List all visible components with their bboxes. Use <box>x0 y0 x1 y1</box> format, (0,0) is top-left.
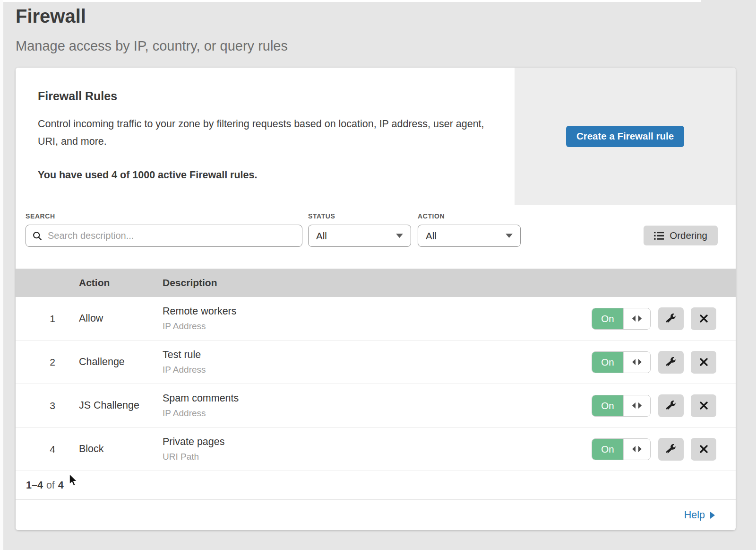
toggle-arrows-icon <box>623 352 650 373</box>
edit-rule-button[interactable] <box>658 307 684 330</box>
rule-action: Challenge <box>79 356 163 368</box>
close-icon <box>700 402 708 410</box>
rule-priority: 3 <box>16 400 55 411</box>
window-edge-left <box>0 0 3 550</box>
rule-description: Private pages <box>163 436 592 448</box>
rule-controls: On <box>592 438 716 461</box>
action-select[interactable]: All <box>418 225 521 247</box>
rule-description-cell: Remote workers IP Address <box>163 306 592 332</box>
rule-match-type: URI Path <box>163 452 592 462</box>
delete-rule-button[interactable] <box>691 351 716 374</box>
window-edge-top <box>0 0 701 2</box>
toggle-on-label: On <box>592 352 623 373</box>
edit-rule-button[interactable] <box>658 438 684 461</box>
delete-rule-button[interactable] <box>691 307 716 330</box>
edit-rule-button[interactable] <box>658 351 684 374</box>
rule-enabled-toggle[interactable]: On <box>592 438 651 460</box>
wrench-icon <box>666 357 676 367</box>
column-header-action: Action <box>79 277 163 288</box>
filters-bar: SEARCH STATUS All ACTION All <box>16 205 736 269</box>
rule-priority: 4 <box>16 444 55 455</box>
edit-rule-button[interactable] <box>658 394 684 417</box>
table-row: 2 Challenge Test rule IP Address On <box>16 340 736 384</box>
rule-action: Allow <box>79 313 163 324</box>
rule-match-type: IP Address <box>163 321 592 332</box>
firewall-rules-card: Firewall Rules Control incoming traffic … <box>16 68 515 205</box>
toggle-arrows-icon <box>623 308 650 329</box>
pagination-status: 1–4 of 4 <box>16 471 736 500</box>
column-header-description: Description <box>163 277 217 288</box>
pagination-total: 4 <box>58 480 64 491</box>
table-row: 3 JS Challenge Spam comments IP Address … <box>16 384 736 428</box>
rule-description: Test rule <box>163 349 592 361</box>
rule-controls: On <box>592 351 716 374</box>
toggle-on-label: On <box>592 308 623 329</box>
pagination-range: 1–4 <box>26 480 43 491</box>
rule-description-cell: Private pages URI Path <box>163 436 592 462</box>
delete-rule-button[interactable] <box>691 394 716 417</box>
search-icon <box>33 231 42 241</box>
rule-enabled-toggle[interactable]: On <box>592 395 651 417</box>
card-description: Control incoming traffic to your zone by… <box>38 115 486 150</box>
close-icon <box>700 445 708 453</box>
search-label: SEARCH <box>26 212 302 220</box>
status-filter: STATUS All <box>308 212 411 247</box>
rule-match-type: IP Address <box>163 365 592 375</box>
rule-match-type: IP Address <box>163 408 592 419</box>
rule-action: Block <box>79 443 163 455</box>
pagination-of: of <box>46 480 55 491</box>
toggle-on-label: On <box>592 395 623 416</box>
help-link[interactable]: Help <box>684 509 715 521</box>
action-label: ACTION <box>418 212 521 220</box>
wrench-icon <box>666 314 676 323</box>
status-label: STATUS <box>308 212 411 220</box>
rule-description-cell: Spam comments IP Address <box>163 393 592 419</box>
rule-controls: On <box>592 394 716 417</box>
firewall-rules-intro: Firewall Rules Control incoming traffic … <box>16 68 736 205</box>
card-heading: Firewall Rules <box>38 89 486 103</box>
chevron-right-icon <box>710 512 715 519</box>
rules-usage-text: You have used 4 of 1000 active Firewall … <box>38 169 486 181</box>
status-select[interactable]: All <box>308 225 411 247</box>
search-input-wrapper <box>26 225 302 247</box>
rule-description: Remote workers <box>163 306 592 317</box>
page-title: Firewall <box>16 6 288 27</box>
create-rule-panel: Create a Firewall rule <box>515 68 736 205</box>
chevron-down-icon <box>396 234 403 238</box>
firewall-panel: Firewall Rules Control incoming traffic … <box>16 68 736 530</box>
help-footer: Help <box>16 500 736 530</box>
close-icon <box>700 314 708 323</box>
ordering-button[interactable]: Ordering <box>644 226 718 245</box>
action-selected-value: All <box>426 230 437 242</box>
rule-action: JS Challenge <box>79 400 163 411</box>
search-filter: SEARCH <box>26 212 302 247</box>
rule-controls: On <box>592 307 716 330</box>
rule-description-cell: Test rule IP Address <box>163 349 592 375</box>
create-firewall-rule-button[interactable]: Create a Firewall rule <box>566 126 684 147</box>
close-icon <box>700 358 708 366</box>
help-link-label: Help <box>684 509 705 521</box>
toggle-on-label: On <box>592 439 623 460</box>
rule-priority: 1 <box>16 313 55 324</box>
rule-priority: 2 <box>16 357 55 368</box>
table-row: 4 Block Private pages URI Path On <box>16 428 736 471</box>
action-filter: ACTION All <box>418 212 521 247</box>
rule-enabled-toggle[interactable]: On <box>592 351 651 373</box>
status-selected-value: All <box>316 230 327 242</box>
toggle-arrows-icon <box>623 395 650 416</box>
search-input[interactable] <box>47 230 295 242</box>
delete-rule-button[interactable] <box>691 438 716 461</box>
page-header: Firewall Manage access by IP, country, o… <box>16 6 288 54</box>
rule-description: Spam comments <box>163 393 592 404</box>
table-header: Action Description <box>16 269 736 297</box>
rule-enabled-toggle[interactable]: On <box>592 308 651 330</box>
wrench-icon <box>666 401 676 410</box>
ordering-button-label: Ordering <box>670 230 707 241</box>
chevron-down-icon <box>506 234 513 238</box>
table-row: 1 Allow Remote workers IP Address On <box>16 297 736 340</box>
wrench-icon <box>666 444 676 454</box>
toggle-arrows-icon <box>623 439 650 460</box>
mouse-cursor <box>69 473 80 489</box>
page-subtitle: Manage access by IP, country, or query r… <box>16 38 288 54</box>
list-icon <box>654 232 664 240</box>
